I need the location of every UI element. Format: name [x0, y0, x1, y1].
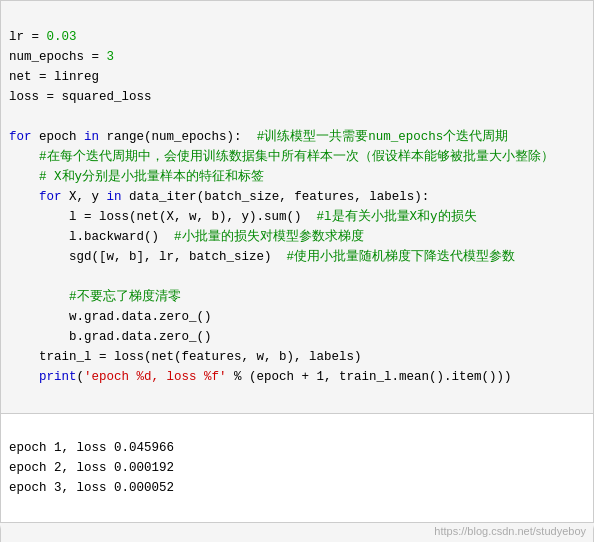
watermark: https://blog.csdn.net/studyeboy — [434, 525, 586, 537]
output-block-1: epoch 1, loss 0.045966 epoch 2, loss 0.0… — [0, 414, 594, 523]
output-line-3: epoch 3, loss 0.000052 — [9, 481, 174, 495]
code-block-1: lr = 0.03 num_epochs = 3 net = linreg lo… — [0, 0, 594, 414]
output-line-1: epoch 1, loss 0.045966 — [9, 441, 174, 455]
var-lr: lr — [9, 30, 24, 44]
output-line-2: epoch 2, loss 0.000192 — [9, 461, 174, 475]
